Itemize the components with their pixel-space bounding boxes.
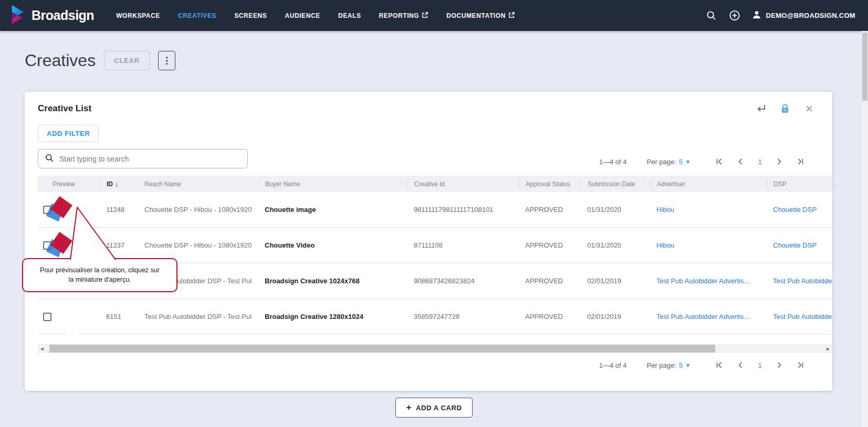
user-icon [752,10,761,22]
add-card-row: + ADD A CARD [0,398,868,418]
search-box [38,149,248,168]
row-checkbox[interactable] [43,313,51,321]
add-circle-icon[interactable] [729,10,740,22]
creatives-table: Preview ID ↓ Reach Name Buyer Name Creat… [38,176,832,335]
cell-buyer-name: Broadsign Creative 1280x1024 [258,313,407,321]
horizontal-scrollbar-thumb[interactable] [49,345,715,353]
preview-tooltip: Pour prévisualiser la création, cliquez … [22,258,177,292]
cell-approval-status: APPROVED [519,313,581,321]
advertiser-link[interactable]: Hibou [650,241,767,249]
horizontal-scrollbar[interactable]: ◄ ► [38,344,832,353]
last-page-button[interactable] [793,155,807,168]
next-page-button[interactable] [772,155,786,168]
vertical-scrollbar-thumb[interactable] [862,33,867,101]
advertiser-link[interactable]: Hibou [650,206,767,214]
brand-name: Broadsign [32,8,94,23]
enter-fullscreen-icon[interactable] [755,102,767,115]
cell-submission-date: 02/01/2019 [581,313,650,321]
scroll-right-icon[interactable]: ► [824,344,832,353]
column-header-dsp[interactable]: DSP [767,179,832,189]
column-header-buyer-name[interactable]: Buyer Name [258,179,407,189]
nav-item-reporting[interactable]: REPORTING [379,12,429,20]
broadsign-logo[interactable]: Broadsign [11,5,94,27]
nav-item-documentation[interactable]: DOCUMENTATION [446,12,515,20]
add-card-button[interactable]: + ADD A CARD [395,398,473,418]
cell-reach-name: Test Pub Autobidder DSP - Test Pul [138,313,258,321]
column-header-advertiser[interactable]: Advertiser [650,179,767,189]
column-header-preview[interactable]: Preview [38,179,100,189]
card-title: Creative List [38,103,91,114]
prev-page-button[interactable] [734,155,747,168]
advertiser-link[interactable]: Test Pub Autobidder Advertis… [650,313,767,321]
next-page-button[interactable] [772,358,786,372]
cell-approval-status: APPROVED [519,241,581,249]
nav-item-workspace[interactable]: WORKSPACE [116,12,160,19]
advertiser-link[interactable]: Test Pub Autobidder Advertis… [650,277,767,285]
pagination-range: 1—4 of 4 [599,158,627,166]
scroll-left-icon[interactable]: ◄ [38,344,46,353]
dsp-link[interactable]: Test Pub Autobidder DSP [767,277,832,285]
dsp-link[interactable]: Chouette DSP [767,241,832,249]
first-page-button[interactable] [713,358,726,372]
cell-id: 11237 [100,241,138,249]
current-page[interactable]: 1 [755,361,765,369]
nav-item-audience[interactable]: AUDIENCE [285,12,320,19]
first-page-button[interactable] [713,155,726,168]
cell-approval-status: APPROVED [519,206,581,214]
cell-creative-id: 9086873426823824 [407,277,519,285]
cell-reach-name: Chouette DSP - Hibou - 1080x1920 [138,241,258,249]
kebab-icon: ⋮ [162,56,171,66]
search-icon[interactable] [706,10,717,22]
kebab-menu-button[interactable]: ⋮ [158,51,175,70]
table-row: LIGHT UPYOUR SCREENS 6151 Test Pub Autob… [38,299,832,335]
nav-right: DEMO@BROADSIGN.COM [706,10,855,22]
cell-creative-id: 358597247729 [407,313,519,321]
cell-submission-date: 01/31/2020 [581,206,650,214]
cell-submission-date: 02/01/2019 [581,277,650,285]
plus-icon: + [406,402,412,413]
column-header-creative-id[interactable]: Creative Id [407,179,519,189]
cell-creative-id: 9811111798111117108101 [407,206,519,214]
search-input[interactable] [59,155,241,163]
last-page-button[interactable] [793,358,807,372]
external-link-icon [508,12,515,20]
close-icon[interactable]: ✕ [803,102,815,115]
external-link-icon [422,12,428,20]
cell-approval-status: APPROVED [519,277,581,285]
user-email: DEMO@BROADSIGN.COM [766,12,855,19]
chevron-down-icon: ▼ [685,159,691,165]
card-actions: ✕ [755,102,815,115]
column-header-id[interactable]: ID ↓ [100,179,138,189]
top-nav: Broadsign WORKSPACE CREATIVES SCREENS AU… [0,0,868,31]
nav-item-screens[interactable]: SCREENS [234,12,267,19]
cell-buyer-name: Broadsign Creative 1024x768 [258,277,407,285]
page-header: Creatives CLEAR ⋮ [25,51,175,70]
vertical-scrollbar[interactable] [862,31,868,427]
user-menu[interactable]: DEMO@BROADSIGN.COM [752,10,855,22]
column-header-submission-date[interactable]: Submission Date [581,179,650,189]
lock-icon[interactable] [779,102,791,115]
search-icon [45,153,54,165]
pagination-range: 1—4 of 4 [599,361,627,369]
tooltip-text-line1: Pour prévisualiser la création, cliquez … [26,265,173,275]
column-header-reach-name[interactable]: Reach Name [138,179,258,189]
column-header-approval-status[interactable]: Approval Status [519,179,581,189]
per-page-dropdown[interactable]: Per page: 5 ▼ [646,361,691,369]
dsp-link[interactable]: Test Pub Autobidder DSP [767,313,832,321]
nav-item-creatives[interactable]: CREATIVES [178,12,216,19]
sort-desc-icon: ↓ [115,180,119,188]
per-page-dropdown[interactable]: Per page: 5 ▼ [646,158,691,166]
nav-item-deals[interactable]: DEALS [338,12,361,19]
cell-buyer-name: Chouette Video [258,241,407,249]
prev-page-button[interactable] [734,358,747,372]
current-page[interactable]: 1 [755,158,765,166]
cell-buyer-name: Chouette image [258,206,407,214]
add-filter-button[interactable]: ADD FILTER [38,125,99,142]
table-row: 11248 Chouette DSP - Hibou - 1080x1920 C… [38,192,832,228]
table-header-row: Preview ID ↓ Reach Name Buyer Name Creat… [38,176,832,192]
dsp-link[interactable]: Chouette DSP [767,206,832,214]
tooltip-text-line2: la miniature d'aperçu. [26,275,173,284]
clear-button[interactable]: CLEAR [104,51,150,70]
creative-list-card: Creative List ✕ ADD FILTER [25,92,832,391]
nav-menu: WORKSPACE CREATIVES SCREENS AUDIENCE DEA… [116,12,515,20]
